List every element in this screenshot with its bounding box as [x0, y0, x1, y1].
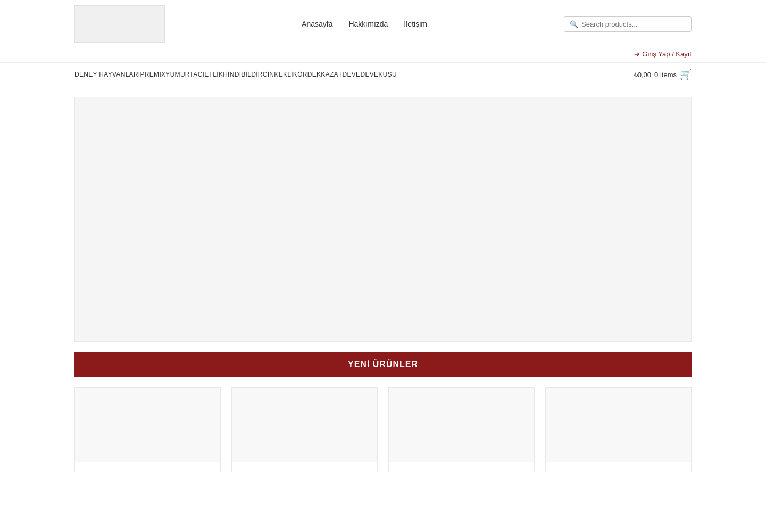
cart-area[interactable]: ₺0,00 0 items 🛒 — [634, 69, 692, 80]
product-image-3 — [389, 388, 534, 462]
nav-anasayfa[interactable]: Anasayfa — [302, 20, 332, 28]
category-sep-12: KUŞU — [378, 71, 397, 78]
cart-items: 0 items — [654, 71, 677, 79]
login-label: Giriş Yap / Kayıt — [642, 50, 692, 58]
nav-bar-inner: DENEY HAYVANLARI PREMIX YUMURTACI ETLİK … — [32, 63, 734, 86]
new-products-section: YENİ ÜRÜNLER — [32, 352, 734, 494]
product-card-1[interactable] — [74, 387, 221, 472]
products-grid — [74, 387, 692, 472]
logo[interactable] — [74, 5, 165, 43]
login-link[interactable]: ➔ Giriş Yap / Kayıt — [634, 50, 692, 58]
product-card-2[interactable] — [231, 387, 378, 472]
nav-hakkimizda[interactable]: Hakkımızda — [348, 20, 388, 28]
category-sep-7: ÖRDEK — [297, 71, 321, 78]
category-list-text: DENEY HAYVANLARI — [74, 71, 140, 78]
category-sep-4: HİNDİ — [223, 71, 241, 78]
product-card-4[interactable] — [545, 387, 692, 472]
hero-section — [32, 97, 734, 342]
product-image-2 — [232, 388, 377, 462]
category-sep-9: T — [338, 71, 343, 78]
product-image-4 — [546, 388, 691, 462]
search-box: 🔍 — [564, 16, 692, 32]
login-icon: ➔ — [634, 50, 640, 58]
category-sep-6: KEKLİK — [274, 71, 297, 78]
product-card-3[interactable] — [388, 387, 535, 472]
category-sep-8: KAZA — [321, 71, 338, 78]
search-input[interactable] — [581, 20, 686, 28]
category-sep-1: PREMIX — [140, 71, 166, 78]
category-sep-2: YUMURTACI — [165, 71, 204, 78]
category-nav: DENEY HAYVANLARI PREMIX YUMURTACI ETLİK … — [74, 71, 397, 78]
search-icon: 🔍 — [570, 20, 578, 28]
header: Anasayfa Hakkımızda İletişim 🔍 ➔ Giriş Y… — [0, 0, 766, 63]
product-image-1 — [75, 388, 220, 462]
hero-image — [74, 97, 692, 342]
nav-iletisim[interactable]: İletişim — [404, 20, 427, 28]
nav-bar: DENEY HAYVANLARI PREMIX YUMURTACI ETLİK … — [0, 63, 766, 86]
category-sep-11: DEVE — [360, 71, 378, 78]
cart-price: ₺0,00 — [634, 71, 651, 79]
cart-icon: 🛒 — [680, 69, 692, 80]
header-top: Anasayfa Hakkımızda İletişim 🔍 — [32, 5, 734, 48]
new-products-title: YENİ ÜRÜNLER — [74, 352, 692, 377]
category-sep-5: BİLDİRCİN — [241, 71, 274, 78]
login-row: ➔ Giriş Yap / Kayıt — [32, 48, 734, 62]
category-sep-10: DEVE — [343, 71, 361, 78]
main-nav: Anasayfa Hakkımızda İletişim — [302, 20, 427, 28]
category-sep-3: ETLİK — [204, 71, 223, 78]
